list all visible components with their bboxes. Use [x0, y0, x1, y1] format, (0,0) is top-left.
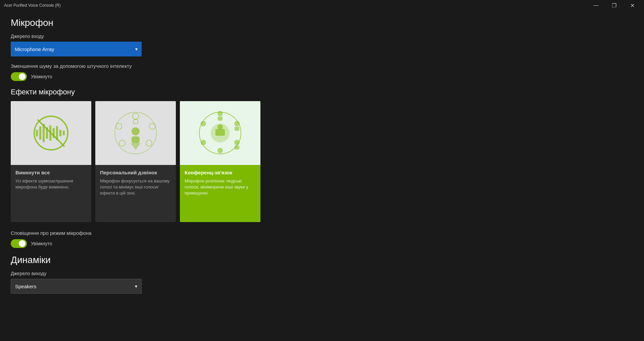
svg-rect-7: [59, 130, 61, 136]
card-conference-body: Конференц-зв'язок Мікрофон розпізнає люд…: [180, 165, 260, 222]
minimize-button[interactable]: —: [588, 0, 604, 11]
card-disable-all-body: Вимкнути все Усі ефекти шумозаглушення м…: [11, 165, 91, 222]
svg-rect-30: [235, 145, 239, 150]
svg-point-27: [234, 121, 240, 126]
card-personal-call-name: Персональний дзвінок: [100, 170, 171, 175]
ai-noise-toggle-label: Увімкнуто: [31, 74, 52, 79]
card-conference[interactable]: Конференц-зв'язок Мікрофон розпізнає люд…: [180, 101, 260, 222]
svg-rect-23: [215, 129, 225, 136]
dynamics-section-title: Динаміки: [11, 255, 633, 265]
notification-label: Сповіщення про режим мікрофона: [11, 230, 633, 236]
notification-toggle-row: Увімкнуто: [11, 239, 633, 248]
svg-rect-26: [218, 117, 222, 121]
dropdown-arrow-icon: ▾: [135, 46, 138, 52]
notification-section: Сповіщення про режим мікрофона Увімкнуто: [11, 230, 633, 248]
svg-marker-13: [131, 143, 141, 150]
app-title: Acer Purified Voice Console (R): [4, 3, 61, 8]
card-conference-desc: Мікрофон розпізнає людські голоси, мінім…: [185, 178, 256, 197]
mute-icon: [29, 111, 73, 155]
svg-point-14: [133, 113, 139, 119]
card-disable-all-image: [11, 101, 91, 165]
svg-point-18: [146, 140, 152, 146]
output-dropdown-arrow-icon: ▾: [135, 284, 137, 289]
close-button[interactable]: ✕: [625, 0, 640, 11]
card-personal-call-image: [95, 101, 176, 165]
svg-rect-15: [133, 120, 138, 124]
svg-point-24: [217, 124, 223, 130]
output-source-value: Speakers: [15, 284, 36, 289]
ai-noise-toggle-knob: [19, 73, 26, 80]
input-source-dropdown[interactable]: Microphone Array ▾: [11, 42, 142, 56]
svg-point-19: [119, 140, 125, 146]
svg-rect-1: [39, 126, 41, 140]
svg-point-33: [201, 121, 206, 126]
svg-rect-28: [235, 127, 239, 131]
svg-point-11: [132, 127, 140, 135]
card-disable-all-name: Вимкнути все: [15, 170, 87, 175]
card-conference-image: [180, 101, 260, 165]
conference-icon: [193, 106, 247, 160]
card-personal-call[interactable]: Персональний дзвінок Мікрофон фокусуєтьс…: [95, 101, 176, 222]
main-content: Мікрофон Джерело входу Microphone Array …: [0, 11, 644, 300]
card-personal-call-body: Персональний дзвінок Мікрофон фокусуєтьс…: [95, 165, 176, 222]
output-source-dropdown[interactable]: Speakers ▾: [11, 279, 142, 294]
ai-noise-toggle[interactable]: [11, 72, 27, 81]
svg-rect-0: [36, 130, 38, 136]
output-source-label: Джерело виходу: [11, 271, 633, 276]
personal-call-icon: [109, 106, 162, 160]
restore-button[interactable]: ❐: [606, 0, 622, 11]
ai-noise-section: Зменшення шуму за допомогою штучного інт…: [11, 63, 633, 81]
input-source-value: Microphone Array: [15, 46, 54, 52]
notification-toggle-knob: [19, 240, 26, 247]
input-source-label: Джерело входу: [11, 34, 633, 39]
svg-point-31: [217, 148, 223, 153]
svg-point-25: [217, 111, 223, 116]
notification-toggle-label: Увімкнуто: [31, 241, 52, 246]
notification-toggle[interactable]: [11, 239, 27, 248]
card-personal-call-desc: Мікрофон фокусується на вашому голосі та…: [100, 178, 171, 197]
microphone-section-title: Мікрофон: [11, 17, 633, 28]
card-conference-name: Конференц-зв'язок: [185, 170, 256, 175]
ai-noise-label: Зменшення шуму за допомогою штучного інт…: [11, 63, 633, 69]
svg-point-32: [201, 140, 206, 145]
svg-rect-12: [132, 136, 140, 143]
titlebar: Acer Purified Voice Console (R) — ❐ ✕: [0, 0, 644, 11]
effects-title: Ефекти мікрофону: [11, 88, 633, 96]
card-disable-all[interactable]: Вимкнути все Усі ефекти шумозаглушення м…: [11, 101, 91, 222]
svg-rect-8: [63, 131, 65, 135]
window-controls: — ❐ ✕: [588, 0, 640, 11]
ai-noise-toggle-row: Увімкнуто: [11, 72, 633, 81]
card-disable-all-desc: Усі ефекти шумозаглушення мікрофона буде…: [15, 178, 87, 190]
effects-cards: Вимкнути все Усі ефекти шумозаглушення м…: [11, 101, 633, 222]
svg-point-29: [234, 140, 240, 145]
